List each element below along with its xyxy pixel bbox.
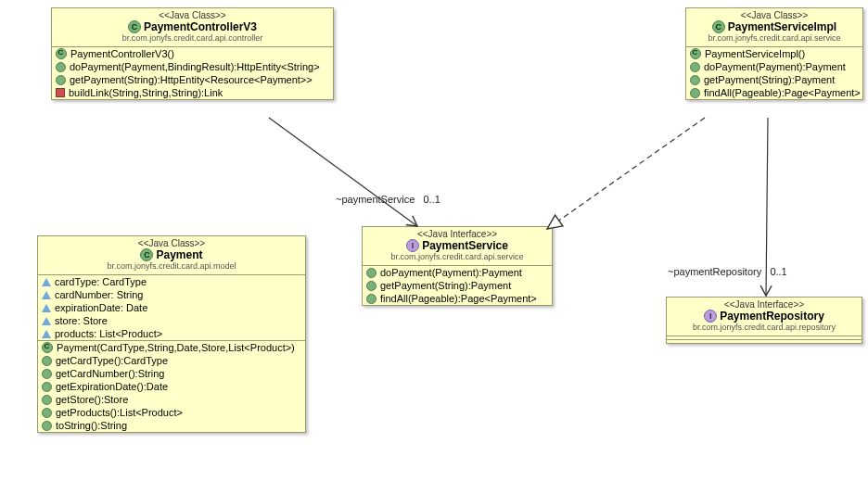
method-icon [42, 356, 52, 366]
class-icon: C [128, 20, 141, 33]
class-payment: <<Java Class>> C Payment br.com.jonyfs.c… [37, 235, 306, 433]
field-icon [42, 330, 51, 338]
field-row: store: Store [38, 314, 305, 327]
package-label: br.com.jonyfs.credit.card.api.service [692, 33, 857, 43]
field-row: cardType: CardType [38, 275, 305, 288]
operations-compartment: doPayment(Payment):Payment getPayment(St… [363, 266, 552, 305]
package-label: br.com.jonyfs.credit.card.api.controller [57, 33, 327, 43]
class-payment-controller-v3: <<Java Class>> C PaymentControllerV3 br.… [51, 7, 334, 100]
empty-compartment [667, 340, 862, 343]
attributes-compartment: cardType: CardType cardNumber: String ex… [38, 275, 305, 341]
class-icon: C [140, 248, 153, 261]
svg-line-0 [269, 118, 417, 226]
operation-row: doPayment(Payment):Payment [363, 266, 552, 279]
interface-icon: I [406, 239, 419, 252]
stereotype-label: <<Java Interface>> [368, 229, 546, 239]
class-header: <<Java Class>> C PaymentServiceImpl br.c… [686, 8, 862, 47]
field-icon [42, 304, 51, 312]
constructor-icon [56, 48, 67, 59]
class-name: C PaymentServiceImpl [712, 20, 836, 33]
operation-row: PaymentServiceImpl() [686, 47, 862, 60]
method-icon [42, 369, 52, 379]
field-icon [42, 317, 51, 325]
class-name-text: PaymentServiceImpl [728, 20, 836, 33]
operation-row: findAll(Pageable):Page<Payment> [363, 292, 552, 305]
operation-row: toString():String [38, 419, 305, 432]
constructor-icon [42, 342, 53, 353]
operation-row: getPayment(String):Payment [363, 279, 552, 292]
svg-line-1 [547, 118, 705, 229]
package-label: br.com.jonyfs.credit.card.api.service [368, 252, 546, 261]
operation-row: doPayment(Payment):Payment [686, 60, 862, 73]
class-icon: C [712, 20, 725, 33]
operation-row: getProducts():List<Product> [38, 406, 305, 419]
package-label: br.com.jonyfs.credit.card.api.repository [672, 323, 856, 332]
field-icon [42, 278, 51, 286]
interface-payment-service: <<Java Interface>> I PaymentService br.c… [362, 226, 553, 306]
class-header: <<Java Interface>> I PaymentRepository b… [667, 298, 862, 336]
method-icon [42, 408, 52, 418]
operations-compartment: Payment(CardType,String,Date,Store,List<… [38, 341, 305, 432]
operation-row: Payment(CardType,String,Date,Store,List<… [38, 341, 305, 354]
operation-row: getPayment(String):HttpEntity<Resource<P… [52, 73, 333, 86]
method-icon [366, 294, 377, 304]
method-icon [42, 395, 52, 405]
class-name-text: PaymentRepository [720, 310, 824, 323]
operation-row: getCardNumber():String [38, 367, 305, 380]
method-icon [366, 281, 377, 291]
private-method-icon [56, 88, 65, 97]
class-name-text: PaymentControllerV3 [144, 20, 257, 33]
operation-row: findAll(Pageable):Page<Payment> [686, 86, 862, 99]
operation-row: doPayment(Payment,BindingResult):HttpEnt… [52, 60, 333, 73]
operation-row: getCardType():CardType [38, 354, 305, 367]
operations-compartment: PaymentServiceImpl() doPayment(Payment):… [686, 47, 862, 99]
operation-row: PaymentControllerV3() [52, 47, 333, 60]
class-name: C Payment [140, 248, 202, 261]
class-name: C PaymentControllerV3 [128, 20, 257, 33]
operation-row: buildLink(String,String,String):Link [52, 86, 333, 99]
method-icon [366, 268, 377, 278]
stereotype-label: <<Java Interface>> [672, 299, 856, 310]
class-name-text: PaymentService [422, 239, 508, 252]
operation-row: getStore():Store [38, 393, 305, 406]
class-name-text: Payment [156, 248, 202, 261]
package-label: br.com.jonyfs.credit.card.api.model [44, 261, 300, 271]
class-header: <<Java Interface>> I PaymentService br.c… [363, 227, 552, 266]
method-icon [690, 62, 700, 72]
field-row: products: List<Product> [38, 327, 305, 340]
operation-row: getPayment(String):Payment [686, 73, 862, 86]
method-icon [690, 88, 700, 98]
association-role-payment-service: ~paymentService 0..1 [336, 194, 440, 205]
interface-icon: I [704, 310, 717, 323]
field-icon [42, 291, 51, 299]
class-name: I PaymentService [406, 239, 508, 252]
interface-payment-repository: <<Java Interface>> I PaymentRepository b… [666, 297, 862, 344]
stereotype-label: <<Java Class>> [57, 10, 327, 20]
stereotype-label: <<Java Class>> [692, 10, 857, 20]
field-row: cardNumber: String [38, 288, 305, 301]
method-icon [56, 75, 66, 85]
class-payment-service-impl: <<Java Class>> C PaymentServiceImpl br.c… [685, 7, 863, 100]
class-header: <<Java Class>> C Payment br.com.jonyfs.c… [38, 236, 305, 275]
method-icon [690, 75, 700, 85]
stereotype-label: <<Java Class>> [44, 238, 300, 248]
class-name: I PaymentRepository [704, 310, 824, 323]
operations-compartment: PaymentControllerV3() doPayment(Payment,… [52, 47, 333, 99]
association-role-payment-repository: ~paymentRepository 0..1 [668, 266, 787, 277]
method-icon [42, 421, 52, 431]
class-header: <<Java Class>> C PaymentControllerV3 br.… [52, 8, 333, 47]
constructor-icon [690, 48, 701, 59]
method-icon [42, 382, 52, 392]
method-icon [56, 62, 66, 72]
operation-row: getExpirationDate():Date [38, 380, 305, 393]
field-row: expirationDate: Date [38, 301, 305, 314]
